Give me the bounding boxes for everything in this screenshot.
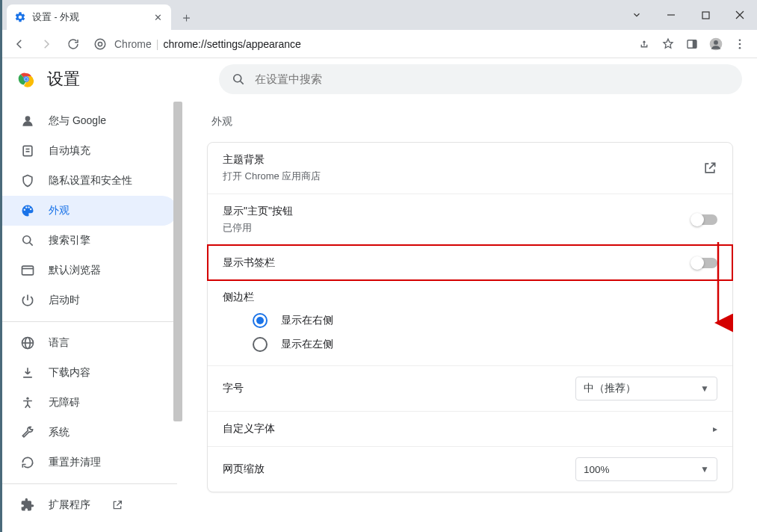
sidebar-item-extensions[interactable]: 扩展程序 — [2, 490, 177, 520]
globe-icon — [20, 335, 35, 350]
scrollbar-thumb[interactable] — [173, 102, 182, 421]
chevron-down-icon: ▼ — [700, 383, 709, 394]
wrench-icon — [20, 425, 35, 440]
sidebar-item-downloads[interactable]: 下载内容 — [2, 358, 177, 388]
sidebar-item-you-and-google[interactable]: 您与 Google — [2, 106, 177, 136]
chevron-right-icon: ▸ — [713, 424, 717, 434]
section-heading: 外观 — [211, 115, 733, 129]
chevron-down-icon: ▼ — [700, 464, 709, 474]
sidebar-item-on-startup[interactable]: 启动时 — [2, 285, 177, 315]
row-side-panel-heading: 侧边栏 — [208, 280, 732, 309]
sidebar-divider — [2, 483, 177, 484]
browser-tab[interactable]: 设置 - 外观 ✕ — [7, 4, 171, 30]
sidebar-item-default-browser[interactable]: 默认浏览器 — [2, 256, 177, 285]
new-tab-button[interactable]: ＋ — [176, 7, 197, 28]
maximize-button[interactable] — [688, 4, 723, 26]
svg-rect-25 — [22, 266, 34, 275]
svg-rect-1 — [702, 12, 709, 19]
row-side-panel-right[interactable]: 显示在右侧 — [208, 309, 732, 332]
bookmarks-bar-toggle[interactable] — [692, 258, 717, 268]
settings-search-input[interactable] — [255, 73, 730, 85]
page-title: 设置 — [47, 68, 80, 90]
sidepanel-icon[interactable] — [681, 33, 703, 55]
settings-main: 外观 主题背景 打开 Chrome 应用商店 显示"主页"按钮 已停用 显示书签… — [183, 100, 757, 532]
sidebar-item-system[interactable]: 系统 — [2, 418, 177, 448]
chrome-logo-icon — [17, 70, 35, 88]
shield-icon — [20, 173, 35, 188]
sidebar-item-autofill[interactable]: 自动填充 — [2, 136, 177, 166]
sidebar-item-privacy[interactable]: 隐私设置和安全性 — [2, 166, 177, 196]
reset-icon — [20, 455, 35, 470]
appearance-card: 主题背景 打开 Chrome 应用商店 显示"主页"按钮 已停用 显示书签栏 — [207, 142, 733, 492]
share-icon[interactable] — [633, 33, 655, 55]
close-tab-icon[interactable]: ✕ — [152, 11, 164, 23]
search-icon — [20, 233, 35, 248]
radio-right[interactable] — [253, 313, 268, 328]
sidebar-item-languages[interactable]: 语言 — [2, 328, 177, 358]
svg-point-19 — [25, 116, 31, 121]
sidebar-item-appearance[interactable]: 外观 — [2, 196, 177, 226]
svg-line-24 — [30, 243, 33, 246]
row-font-size: 字号 中（推荐） ▼ — [208, 365, 732, 411]
svg-point-11 — [739, 43, 741, 45]
svg-point-17 — [234, 75, 241, 82]
back-button[interactable] — [8, 33, 31, 55]
close-window-button[interactable] — [723, 4, 757, 26]
bookmark-star-icon[interactable] — [657, 33, 679, 55]
minimize-button[interactable] — [654, 4, 688, 26]
sidebar-item-reset[interactable]: 重置并清理 — [2, 448, 177, 477]
forward-button[interactable] — [35, 33, 58, 55]
window-titlebar: 设置 - 外观 ✕ ＋ — [2, 0, 757, 30]
sidebar-divider — [2, 321, 177, 322]
svg-point-4 — [95, 39, 105, 49]
url-text: Chrome | chrome://settings/appearance — [114, 38, 301, 50]
sidebar-scrollbar[interactable] — [173, 100, 183, 532]
kebab-menu-icon[interactable] — [729, 33, 751, 55]
chevron-down-icon[interactable] — [619, 4, 654, 26]
settings-header: 设置 — [2, 58, 757, 100]
row-side-panel-left[interactable]: 显示在左侧 — [208, 332, 732, 365]
browser-toolbar: Chrome | chrome://settings/appearance — [2, 30, 757, 58]
settings-search[interactable] — [219, 64, 742, 94]
row-theme[interactable]: 主题背景 打开 Chrome 应用商店 — [208, 143, 732, 194]
radio-left[interactable] — [253, 337, 268, 352]
external-link-icon — [702, 161, 717, 176]
extension-icon — [20, 498, 35, 513]
tab-title: 设置 - 外观 — [32, 11, 146, 24]
download-icon — [20, 365, 35, 380]
svg-line-18 — [241, 81, 244, 84]
row-customize-fonts[interactable]: 自定义字体 ▸ — [208, 411, 732, 446]
profile-avatar-icon[interactable] — [705, 33, 727, 55]
browser-icon — [20, 263, 35, 278]
sidebar-item-search-engine[interactable]: 搜索引擎 — [2, 226, 177, 256]
page-zoom-select[interactable]: 100% ▼ — [575, 457, 717, 481]
svg-point-16 — [25, 78, 28, 81]
row-show-bookmarks-bar: 显示书签栏 — [208, 245, 732, 280]
svg-point-9 — [714, 40, 718, 45]
omnibox[interactable]: Chrome | chrome://settings/appearance — [89, 37, 628, 51]
svg-point-5 — [98, 42, 102, 46]
autofill-icon — [20, 143, 35, 158]
sidebar-item-accessibility[interactable]: 无障碍 — [2, 388, 177, 418]
person-icon — [20, 114, 35, 129]
search-icon — [231, 72, 246, 87]
row-page-zoom: 网页缩放 100% ▼ — [208, 446, 732, 492]
power-icon — [20, 293, 35, 308]
svg-point-10 — [739, 39, 741, 41]
svg-point-23 — [23, 236, 31, 244]
home-button-toggle[interactable] — [692, 214, 717, 225]
row-show-home-button: 显示"主页"按钮 已停用 — [208, 194, 732, 245]
reload-button[interactable] — [62, 33, 84, 55]
svg-rect-7 — [693, 40, 696, 48]
gear-icon — [14, 11, 26, 23]
external-link-icon — [110, 498, 125, 513]
chrome-badge-icon — [93, 37, 107, 51]
window-controls — [619, 2, 757, 28]
font-size-select[interactable]: 中（推荐） ▼ — [575, 377, 717, 400]
settings-sidebar: 您与 Google 自动填充 隐私设置和安全性 外观 搜索引擎 默认浏览器 启动… — [2, 100, 183, 532]
accessibility-icon — [20, 395, 35, 410]
palette-icon — [20, 203, 35, 218]
svg-point-30 — [26, 398, 28, 400]
svg-point-12 — [739, 46, 741, 49]
